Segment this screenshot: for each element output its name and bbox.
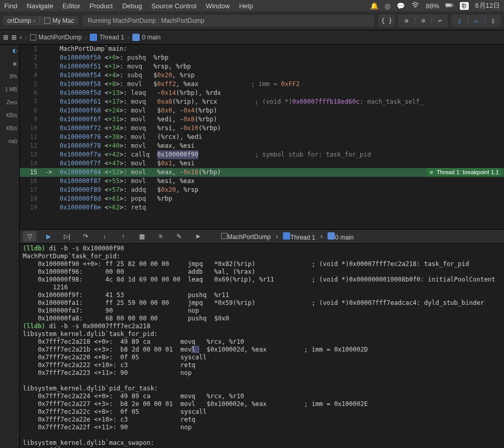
debug-bar: ▽ ▶ ▷| ↷ ↓ ↑ ▦ ⚛ ✎ ➤ MachPortDump › Thre… xyxy=(20,229,504,244)
asm-line[interactable]: 12 0x100000f78 <+40>: movl %eax, %esi xyxy=(20,142,504,150)
menu-editor[interactable]: Editor xyxy=(63,2,80,10)
gauge-value-1: 1 MB xyxy=(5,87,17,92)
step-out-button[interactable]: ↑ xyxy=(116,231,130,242)
forward-button[interactable]: › xyxy=(25,34,27,41)
jump-thread[interactable]: Thread 1 xyxy=(90,34,124,41)
asm-line[interactable]: 15-> 0x100000f84 <+52>: movl %eax, -0x18… xyxy=(20,168,504,177)
environment-overrides-button[interactable]: ✎ xyxy=(172,231,186,242)
console-line: MachPortDump`task_for_pid: xyxy=(23,253,504,260)
gauge-value-5: rial) xyxy=(8,138,17,144)
console-line: 0x100000f9f: 41 53 pushq %r11 xyxy=(23,291,504,299)
gauge-value-3: KB/s xyxy=(6,113,17,118)
gauge-value-2: Zero xyxy=(6,100,17,105)
disassembly-editor[interactable]: 1 MachPortDump`main:2 0x100000f50 <+0>: … xyxy=(20,45,504,229)
right-panel-toggle[interactable]: ▯ xyxy=(484,17,501,24)
standard-editor-button[interactable]: ≡ xyxy=(398,17,415,24)
version-editor-button[interactable]: ↩ xyxy=(431,17,448,24)
grid-icon[interactable]: ⊞ xyxy=(11,34,17,41)
menu-window[interactable]: Window xyxy=(206,2,229,10)
console-line: 0x7fff7ec2a224 <+0>: 49 89 ca movq %rcx,… xyxy=(23,393,504,400)
project-icon xyxy=(221,233,227,239)
editor-mode-group: ≡ ⊘ ↩ xyxy=(398,15,448,27)
view-debug-button[interactable]: ▦ xyxy=(135,231,148,242)
breakpoint-list-icon: ≡ xyxy=(430,168,433,177)
jump-bar: ⊞ ⊞ ‹ › MachPortDump › Thread 1 › 0 main xyxy=(0,30,504,45)
asm-line[interactable]: 10 0x100000f72 <+34>: movq %rsi, -0x10(%… xyxy=(20,124,504,133)
asm-line[interactable]: 2 0x100000f50 <+0>: pushq %rbp xyxy=(20,53,504,62)
wifi-icon[interactable] xyxy=(411,1,419,11)
gauge-value-0: 0% xyxy=(10,74,17,79)
related-items-icon[interactable]: ⊞ xyxy=(3,34,8,41)
asm-line[interactable]: 7 0x100000f61 <+17>: movq 0xa8(%rip), %r… xyxy=(20,97,504,106)
menu-debug[interactable]: Debug xyxy=(122,2,142,10)
console-line: 0x100000f90 <+0>: ff 25 82 00 00 00 jmpq… xyxy=(23,260,504,268)
code-review-button[interactable]: { } xyxy=(378,15,395,27)
macos-menubar: FindNavigateEditorProductDebugSource Con… xyxy=(0,0,504,11)
asm-line[interactable]: 11 0x100000f76 <+38>: movl (%rcx), %edi xyxy=(20,133,504,142)
asm-line[interactable]: 19 0x100000f8e <+62>: retq xyxy=(20,203,504,212)
debug-project[interactable]: MachPortDump xyxy=(221,233,270,241)
asm-line[interactable]: 3 0x100000f51 <+1>: movq %rsp, %rbp xyxy=(20,62,504,71)
lldb-console[interactable]: (lldb) di -b -s 0x100000f90MachPortDump`… xyxy=(20,244,504,448)
jump-frame[interactable]: 0 main xyxy=(132,34,160,41)
asm-line[interactable]: 5 0x100000f58 <+8>: movl $0xff2, %eax ; … xyxy=(20,80,504,89)
asm-line[interactable]: 18 0x100000f8d <+61>: popq %rbp xyxy=(20,194,504,203)
continue-button[interactable]: ▷| xyxy=(60,231,74,242)
battery-percent: 88% xyxy=(426,2,439,10)
assistant-editor-button[interactable]: ⊘ xyxy=(415,17,431,24)
console-line: 0x7fff7ec2a227 <+3>: b8 2e 00 00 01 movl… xyxy=(23,400,504,408)
asm-line[interactable]: 13 0x100000f7a <+42>: callq 0x100000f90 … xyxy=(20,150,504,159)
creative-cloud-icon[interactable]: ◎ xyxy=(385,2,390,10)
console-line: 0x7fff7ec2a222 <+10>: c3 retq xyxy=(23,361,504,369)
asm-line[interactable]: 14 0x100000f7f <+47>: movl $0x1, %esi xyxy=(20,159,504,168)
location-button[interactable]: ➤ xyxy=(191,231,205,242)
console-line: libsystem_kernel.dylib`macx_swapon: xyxy=(23,439,504,447)
breakpoint-indicator[interactable]: ≡ Thread 1: breakpoint 1.1 xyxy=(427,168,502,177)
back-button[interactable]: ‹ xyxy=(20,34,22,41)
menu-source-control[interactable]: Source Control xyxy=(152,2,197,10)
debug-gauges-sidebar: ◐◉0%1 MBZeroKB/sKB/srial) xyxy=(0,45,20,448)
debug-frame[interactable]: 0 main xyxy=(328,232,353,241)
memory-graph-button[interactable]: ⚛ xyxy=(154,231,167,242)
step-into-button[interactable]: ↓ xyxy=(98,231,111,242)
menu-navigate[interactable]: Navigate xyxy=(26,2,53,10)
console-line: 0x100000fa8: 68 00 00 00 00 pushq $0x0 xyxy=(23,315,504,323)
asm-line[interactable]: 16 0x100000f87 <+55>: movl %esi, %eax xyxy=(20,177,504,186)
menu-find[interactable]: Find xyxy=(4,2,17,10)
menu-help[interactable]: Help xyxy=(239,2,253,10)
scheme-selector[interactable]: ortDump› My Mac xyxy=(3,16,78,25)
bottom-panel-toggle[interactable]: ▭ xyxy=(468,17,484,24)
left-panel-toggle[interactable]: ▯ xyxy=(451,17,468,24)
asm-line[interactable]: 8 0x100000f68 <+24>: movl $0x0, -0x4(%rb… xyxy=(20,106,504,115)
jump-project[interactable]: MachPortDump xyxy=(30,34,81,41)
date: 6月12日 xyxy=(475,1,500,10)
asm-line[interactable]: 4 0x100000f54 <+4>: subq $0x20, %rsp xyxy=(20,71,504,80)
frame-icon xyxy=(328,232,335,240)
menu-product[interactable]: Product xyxy=(90,2,113,10)
xcode-toolbar: ortDump› My Mac Running MachPortDump : M… xyxy=(0,11,504,30)
hide-debug-area-button[interactable]: ▽ xyxy=(23,231,36,242)
battery-icon[interactable] xyxy=(445,1,454,11)
console-line: 1216 xyxy=(23,284,504,291)
asm-line[interactable]: 6 0x100000f5d <+13>: leaq -0x14(%rbp), %… xyxy=(20,89,504,97)
gauge-icon-1[interactable]: ◉ xyxy=(12,61,17,66)
wechat-icon[interactable]: 💬 xyxy=(397,2,405,10)
thread-icon xyxy=(90,34,97,41)
console-line: 0x7fff7ec2a22f <+11>: 90 nop xyxy=(23,424,504,431)
console-line: libsystem_kernel.dylib`task_for_pid: xyxy=(23,330,504,338)
console-line: 0x100000f96: 00 00 addb %al, (%rax) xyxy=(23,268,504,276)
console-line: 0x7fff7ec2a223 <+11>: 90 nop xyxy=(23,369,504,377)
asm-line[interactable]: 17 0x100000f89 <+57>: addq $0x20, %rsp xyxy=(20,186,504,194)
gauge-icon-0[interactable]: ◐ xyxy=(12,48,17,53)
step-over-button[interactable]: ↷ xyxy=(79,231,92,242)
console-line: (lldb) di -b -s 0x00007fff7ec2a218 xyxy=(23,323,504,330)
debug-thread[interactable]: Thread 1 xyxy=(283,232,315,241)
notification-icon[interactable]: 🔔 xyxy=(370,2,378,10)
svg-rect-1 xyxy=(446,4,451,6)
gauge-value-4: KB/s xyxy=(6,125,17,131)
breakpoints-toggle[interactable]: ▶ xyxy=(42,231,55,242)
ime-indicator[interactable]: 歌 xyxy=(460,2,469,10)
asm-line[interactable]: 9 0x100000f6f <+31>: movl %edi, -0x8(%rb… xyxy=(20,115,504,124)
console-line: 0x100000f98: 4c 8d 1d 69 00 00 00 leaq 0… xyxy=(23,276,504,284)
console-line xyxy=(23,377,504,385)
